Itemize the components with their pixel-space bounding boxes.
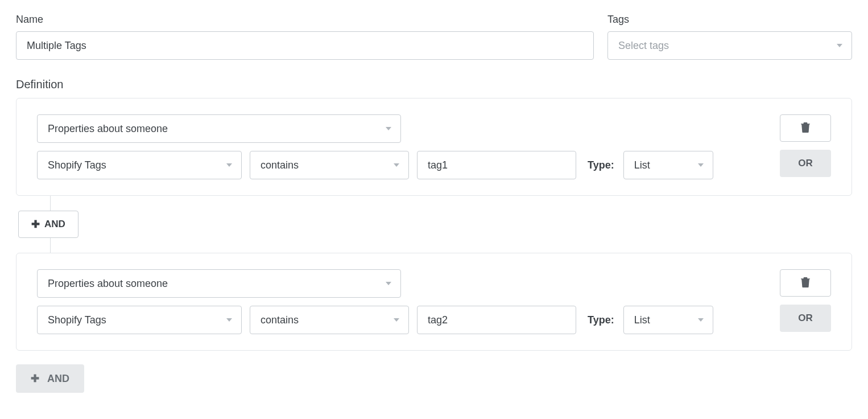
tags-label: Tags <box>607 14 852 26</box>
category-value: Properties about someone <box>48 123 168 135</box>
operator-select[interactable]: contains <box>250 151 409 179</box>
or-label: OR <box>798 158 813 169</box>
type-label: Type: <box>588 159 614 171</box>
and-label: AND <box>47 373 69 385</box>
name-input[interactable] <box>16 31 594 60</box>
category-select[interactable]: Properties about someone <box>37 269 401 298</box>
condition-group: Properties about someone Shopify Tags co… <box>16 98 852 196</box>
chevron-down-icon <box>698 163 704 167</box>
category-select[interactable]: Properties about someone <box>37 114 401 143</box>
delete-button[interactable] <box>780 114 831 142</box>
chevron-down-icon <box>394 318 399 322</box>
or-label: OR <box>798 313 813 324</box>
connector-line <box>50 196 51 211</box>
add-and-button[interactable]: ✚ AND <box>16 364 84 393</box>
operator-value: contains <box>261 314 299 326</box>
chevron-down-icon <box>837 44 842 47</box>
plus-icon: ✚ <box>31 373 39 384</box>
value-input[interactable] <box>417 151 576 179</box>
delete-button[interactable] <box>780 269 831 297</box>
plus-icon: ✚ <box>31 219 40 229</box>
operator-value: contains <box>261 159 299 171</box>
name-label: Name <box>16 14 594 26</box>
property-value: Shopify Tags <box>48 314 106 326</box>
type-select[interactable]: List <box>623 151 713 179</box>
connector-line <box>50 238 51 253</box>
chevron-down-icon <box>698 318 704 322</box>
type-value: List <box>634 159 650 171</box>
operator-select[interactable]: contains <box>250 306 409 334</box>
property-value: Shopify Tags <box>48 159 106 171</box>
type-value: List <box>634 314 650 326</box>
type-select[interactable]: List <box>623 306 713 334</box>
or-button[interactable]: OR <box>780 305 831 332</box>
property-select[interactable]: Shopify Tags <box>37 306 242 334</box>
and-connector-button[interactable]: ✚ AND <box>18 211 78 238</box>
type-label: Type: <box>588 314 614 326</box>
chevron-down-icon <box>386 127 391 130</box>
property-select[interactable]: Shopify Tags <box>37 151 242 179</box>
chevron-down-icon <box>226 163 232 167</box>
chevron-down-icon <box>226 318 232 322</box>
and-label: AND <box>44 219 65 230</box>
definition-label: Definition <box>16 78 852 91</box>
chevron-down-icon <box>394 163 399 167</box>
tags-placeholder: Select tags <box>618 40 669 52</box>
category-value: Properties about someone <box>48 278 168 290</box>
chevron-down-icon <box>386 282 391 285</box>
trash-icon <box>801 122 810 134</box>
trash-icon <box>801 277 810 289</box>
condition-group: Properties about someone Shopify Tags co… <box>16 253 852 351</box>
tags-select[interactable]: Select tags <box>607 31 852 60</box>
or-button[interactable]: OR <box>780 150 831 177</box>
value-input[interactable] <box>417 306 576 334</box>
